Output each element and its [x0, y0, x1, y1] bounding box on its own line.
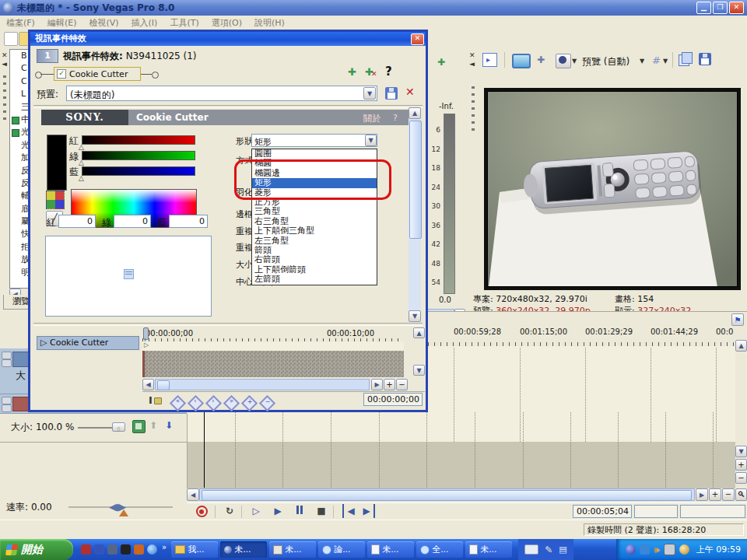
timeline-vscroll[interactable]: ▲ ▼ + − — [735, 327, 747, 488]
new-project-icon[interactable] — [4, 32, 18, 46]
timeline-hscroll[interactable]: ◀ ▶ + − 🔍︎ — [187, 488, 747, 502]
task-button-forum[interactable]: 論... — [318, 541, 365, 558]
red-slider[interactable] — [82, 135, 195, 145]
shape-option[interactable]: 上下顛倒三角型 — [252, 226, 377, 236]
keyframe-ruler[interactable]: 00:00:00;00 00:00:10;00 — [142, 327, 404, 342]
language-bar[interactable]: ✎ ▤ — [518, 539, 573, 560]
go-to-end-button[interactable]: ▶ — [359, 504, 375, 518]
tray-volume-icon[interactable]: 🕪 — [654, 544, 660, 555]
last-keyframe-button[interactable]: » — [223, 395, 240, 411]
pause-button[interactable] — [289, 504, 310, 518]
quicklaunch-expand-icon[interactable]: » — [162, 543, 167, 551]
track-zoom-out-button[interactable]: − — [735, 472, 747, 484]
restore-button[interactable]: ❐ — [713, 2, 728, 14]
save-snapshot-icon[interactable] — [699, 53, 711, 65]
preset-caret-icon[interactable]: ▼ — [363, 87, 376, 100]
stop-button[interactable]: ■ — [311, 504, 331, 518]
shape-caret-icon[interactable]: ▼ — [365, 135, 377, 146]
selection-start-display[interactable] — [634, 505, 678, 518]
prev-keyframe-button[interactable]: ‹ — [188, 395, 204, 411]
scroll-left-button[interactable]: ◀ — [142, 379, 154, 390]
zoom-tool-button[interactable]: 🔍︎ — [735, 488, 747, 501]
keyframe-hscroll[interactable] — [155, 379, 370, 390]
blue-value-field[interactable]: 0 — [169, 215, 208, 228]
delete-keyframe-button[interactable]: − — [259, 395, 275, 411]
video-output-fx-icon[interactable]: ✚ — [537, 54, 545, 65]
quicklaunch-media-player-icon[interactable] — [147, 544, 157, 555]
quicklaunch-icon-5[interactable] — [134, 544, 144, 555]
task-button-browser[interactable]: 全... — [416, 541, 463, 558]
keyboard-layout-icon[interactable] — [524, 544, 538, 555]
quicklaunch-icon-4[interactable] — [121, 544, 131, 555]
play-button[interactable]: ▶ — [268, 504, 288, 518]
plugin-enabled-checkbox[interactable]: ✓ — [57, 69, 66, 79]
blue-slider[interactable] — [82, 166, 195, 176]
panel-drag-handle[interactable] — [3, 75, 6, 122]
green-value-field[interactable]: 0 — [114, 215, 151, 228]
tray-update-icon[interactable] — [679, 544, 689, 555]
preview-caret-icon[interactable]: ▼ — [640, 58, 644, 65]
save-preset-icon[interactable] — [385, 87, 398, 100]
project-properties-icon[interactable]: ▸ — [482, 53, 497, 67]
tray-display-icon[interactable] — [664, 544, 675, 555]
event-chain-tab[interactable]: 1 — [37, 49, 58, 63]
language-menu-icon[interactable]: ▤ — [559, 544, 566, 555]
dialog-titlebar[interactable]: 視訊事件特效 — [30, 32, 426, 46]
red-slider-thumb[interactable]: △ — [79, 143, 84, 151]
scroll-up-button[interactable]: ▲ — [735, 340, 747, 352]
external-monitor-icon[interactable] — [512, 54, 531, 68]
selection-length-display[interactable] — [680, 505, 745, 518]
remove-plugin-icon[interactable]: ✚✕ — [365, 66, 374, 78]
about-help-link[interactable]: ? — [393, 113, 398, 123]
track-restore-icon[interactable] — [2, 404, 12, 412]
keyframe-track-header[interactable]: ▷ Cookie Cutter — [37, 336, 139, 350]
plugin-green-icon[interactable]: ✚ — [437, 57, 445, 68]
plugin-help-icon[interactable]: ? — [385, 65, 392, 79]
quality-caret-icon[interactable]: ▼ — [572, 58, 577, 65]
scroll-down-button[interactable]: ▼ — [735, 446, 747, 457]
sync-cursor-lock-icon[interactable]: I — [149, 394, 153, 406]
shape-option[interactable]: 三角型 — [252, 207, 377, 216]
next-keyframe-button[interactable]: › — [205, 395, 222, 411]
play-from-start-button[interactable]: ▷ — [246, 504, 266, 518]
scroll-right-button[interactable]: ▶ — [371, 379, 383, 390]
shape-option[interactable]: 右箭頭 — [252, 255, 377, 264]
playhead-cursor[interactable] — [204, 412, 205, 488]
task-button-untitled-2[interactable]: 未... — [269, 541, 316, 558]
ime-pen-icon[interactable]: ✎ — [545, 544, 552, 555]
scroll-up-button[interactable]: ▲ — [413, 327, 425, 338]
scroll-thumb[interactable] — [409, 121, 422, 239]
shape-combobox[interactable]: 矩形 ▼ — [251, 134, 377, 147]
hscroll-thumb[interactable] — [157, 380, 170, 390]
delete-preset-icon[interactable]: ✕ — [405, 86, 415, 98]
scroll-up-button[interactable]: ▲ — [409, 107, 421, 119]
zoom-out-time-button[interactable]: − — [722, 488, 735, 501]
preset-combobox[interactable]: (未標題的) ▼ — [66, 86, 377, 101]
quicklaunch-icon-2[interactable] — [94, 544, 104, 555]
zoom-out-button[interactable]: − — [396, 379, 408, 390]
plugin-scrollbar[interactable]: ▲ ▼ — [409, 107, 421, 322]
green-slider-thumb[interactable]: △ — [79, 159, 84, 166]
track-area-left[interactable] — [187, 412, 366, 442]
marker-flag-icon[interactable]: ⚑ — [731, 313, 744, 326]
blue-slider-thumb[interactable]: △ — [79, 174, 84, 182]
app-titlebar[interactable]: 未標題的 * - Sony Vegas Pro 8.0 ▁ ❐ ✕ — [0, 0, 747, 16]
preview-quality-dropdown[interactable]: 預覽 (自動) — [582, 55, 630, 68]
transport-time-display[interactable]: 00:00:05;04 — [573, 505, 632, 518]
track-zoom-in-button[interactable]: + — [735, 459, 747, 471]
scroll-left-button[interactable]: ◀ — [187, 488, 199, 501]
preview-quality-icon[interactable] — [556, 54, 571, 68]
red-value-field[interactable]: 0 — [58, 215, 96, 228]
position-handle[interactable] — [124, 269, 134, 279]
zoom-in-time-button[interactable]: + — [709, 488, 721, 501]
grid-overlay-icon[interactable]: # — [652, 54, 660, 66]
track-restore-icon[interactable] — [2, 359, 12, 367]
panel-pin-icon[interactable]: ◄ — [2, 60, 7, 68]
preview-close-icon[interactable]: ✕ — [469, 51, 475, 59]
task-button-notepad-2[interactable]: 未... — [465, 541, 512, 558]
track-minimize-icon[interactable] — [2, 397, 12, 404]
scroll-right-button[interactable]: ▶ — [696, 488, 708, 501]
preview-pin-icon[interactable]: ◄ — [469, 60, 475, 68]
close-button[interactable]: ✕ — [729, 2, 744, 14]
preview-drag-handle[interactable] — [472, 86, 475, 133]
